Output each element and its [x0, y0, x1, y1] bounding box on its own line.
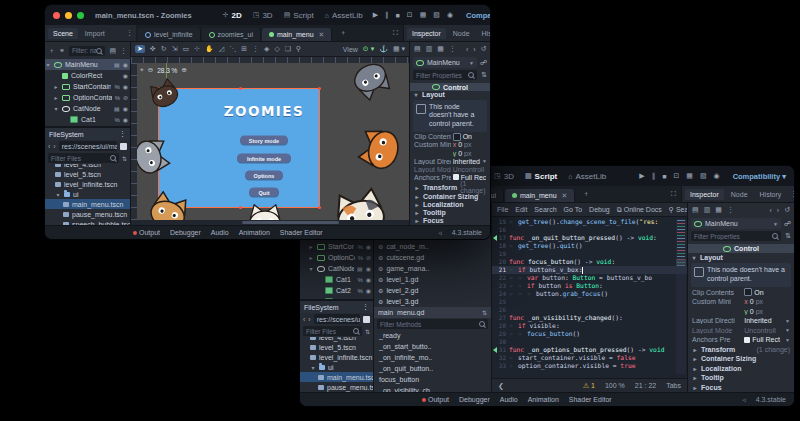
code-line[interactable]: 15»get_tree().change_scene_to_file("res:: [492, 218, 687, 226]
indent-type[interactable]: Tabs: [666, 382, 681, 390]
clip-contents-checkbox[interactable]: [744, 288, 752, 296]
pivot-tool-icon[interactable]: ⊹: [194, 45, 200, 53]
attach-script-icon[interactable]: ▤: [109, 47, 116, 55]
unlock-icon[interactable]: ◇: [274, 45, 279, 53]
unique-name-icon[interactable]: %: [358, 255, 363, 261]
warnings-count[interactable]: ⚠ 1: [583, 382, 595, 390]
tab-node[interactable]: Node: [448, 28, 475, 39]
custom-min-x-value[interactable]: 0: [458, 141, 462, 148]
file-item[interactable]: level_5.tscn: [300, 342, 373, 352]
close-window-button[interactable]: [53, 12, 60, 19]
scene-node-catnode[interactable]: ▾ CatNode ▤ ◉: [45, 103, 130, 114]
selection-handle[interactable]: [239, 87, 242, 90]
script-item[interactable]: ⚙level_2.gd: [374, 285, 491, 296]
history-forward-icon[interactable]: ›: [777, 207, 779, 214]
snap-options-icon[interactable]: ⋮: [252, 45, 259, 53]
menu-edit[interactable]: Edit: [515, 206, 527, 213]
code-line[interactable]: 30: [492, 338, 687, 346]
script-item[interactable]: ⚙game_mana..: [374, 263, 491, 274]
scene-tab-level-infinite[interactable]: level_infinite: [138, 28, 201, 41]
workspace-script[interactable]: ▤Script: [284, 11, 314, 20]
node-path-icon[interactable]: ☍: [784, 220, 791, 228]
zoom-level[interactable]: 28.3 %: [157, 67, 177, 74]
group-container-sizing[interactable]: ▸ Container Sizing: [410, 193, 490, 201]
code-line[interactable]: 25: [492, 298, 687, 306]
tab-history[interactable]: History: [755, 189, 787, 200]
file-sort-icon[interactable]: ⇅: [122, 155, 127, 162]
play-custom-scene-button[interactable]: ▧: [433, 11, 440, 19]
section-layout[interactable]: ▾ Layout: [410, 91, 490, 98]
play-custom-scene-button[interactable]: ▧: [700, 172, 707, 180]
play-button[interactable]: ▶: [639, 172, 644, 180]
file-item[interactable]: pause_menu.tscn: [300, 382, 373, 392]
script-item[interactable]: ⚙cutscene.gd: [374, 252, 491, 263]
custom-min-x-value[interactable]: 0: [750, 298, 754, 305]
lock-icon[interactable]: ◈: [264, 45, 269, 53]
file-item[interactable]: level_infinite.tscn: [300, 352, 373, 362]
close-tab-icon[interactable]: ✕: [319, 31, 325, 39]
new-scene-tab-button[interactable]: ＋: [576, 189, 595, 199]
anchors-preset-dropdown[interactable]: Full Rect ▼: [744, 336, 790, 343]
anchor-icon[interactable]: ⚓: [379, 45, 388, 53]
layout-direction-dropdown[interactable]: Inherited ▼: [744, 317, 790, 324]
filter-properties-box[interactable]: [691, 231, 781, 241]
script-item[interactable]: ⚙cat_node_m..: [374, 241, 491, 252]
group-focus[interactable]: ▸ Focus: [410, 217, 490, 225]
stop-button[interactable]: ■: [662, 173, 666, 180]
group-transform[interactable]: ▸ Transform (1 change): [410, 182, 490, 193]
output-button[interactable]: Output: [133, 229, 160, 236]
code-line[interactable]: 33»option_container.visible = true: [492, 362, 687, 370]
file-sort-icon[interactable]: ⇅: [365, 328, 370, 335]
center-view-icon[interactable]: ⌖: [140, 66, 144, 74]
menu-file[interactable]: File: [497, 206, 508, 213]
scene-node-cat1[interactable]: Cat1 % ◉: [45, 114, 130, 125]
notifications-icon[interactable]: ◃: [438, 229, 442, 237]
move-tool-icon[interactable]: ✜: [150, 45, 156, 53]
scene-node-startcontainer[interactable]: ▸ StartContainer % ◉: [300, 241, 373, 252]
view-menu[interactable]: View: [343, 46, 358, 53]
filter-properties-input[interactable]: [416, 72, 468, 79]
custom-min-y-value[interactable]: 0: [750, 308, 754, 315]
menu-search[interactable]: Search: [534, 206, 556, 213]
workspace-script[interactable]: ▤Script: [525, 172, 557, 181]
script-item-current[interactable]: main_menu.gd ⇅: [374, 307, 491, 318]
visibility-icon[interactable]: ◉: [366, 287, 371, 294]
visibility-icon[interactable]: ◉: [123, 105, 128, 112]
visibility-hidden-icon[interactable]: ⊘: [366, 254, 371, 261]
favorite-toggle-icon[interactable]: [363, 316, 370, 323]
renderer-select[interactable]: Compatibility ▾: [733, 172, 786, 181]
pause-button[interactable]: ∥: [385, 11, 389, 19]
code-line[interactable]: 21»if buttons_v_box:: [492, 266, 687, 274]
extra-options-icon[interactable]: ⋮: [727, 206, 734, 214]
method-item[interactable]: _on_quit_button..: [374, 363, 491, 374]
unique-name-icon[interactable]: %: [114, 84, 119, 90]
selection-handle[interactable]: [239, 206, 242, 209]
play-scene-button[interactable]: ▦: [686, 172, 693, 180]
scene-node-cat2[interactable]: Cat2 % ◉: [300, 285, 373, 296]
code-line[interactable]: 28»if visible:: [492, 322, 687, 330]
scene-node-mainmenu[interactable]: ▾ MainMenu ▤ ◉: [45, 59, 130, 70]
object-history-icon[interactable]: ↺: [481, 45, 487, 53]
nav-forward-icon[interactable]: ›: [53, 143, 55, 150]
dock-options-icon[interactable]: ⋮: [362, 303, 369, 311]
notifications-icon[interactable]: ◃: [742, 396, 746, 404]
unique-name-icon[interactable]: %: [357, 277, 362, 283]
add-node-icon[interactable]: ＋: [48, 46, 55, 56]
tab-scene[interactable]: Scene: [48, 28, 78, 39]
history-back-icon[interactable]: ‹: [466, 46, 468, 53]
edited-node-select[interactable]: MainMenu ▼: [413, 57, 477, 68]
code-line[interactable]: 19: [492, 250, 687, 258]
audio-button[interactable]: Audio: [211, 229, 229, 236]
remote-debug-icon[interactable]: ⊡: [407, 11, 413, 19]
workspace-2d[interactable]: ⊹2D: [223, 11, 242, 20]
filter-files-box[interactable]: [303, 326, 362, 336]
load-resource-icon[interactable]: ▥: [426, 45, 433, 53]
new-resource-icon[interactable]: ▤: [692, 206, 699, 214]
folder-item-ui[interactable]: ▾ ui: [300, 362, 373, 372]
method-sort-icon[interactable]: ⇅: [482, 309, 487, 316]
code-line[interactable]: 22»»var button: Button = buttons_v_bo: [492, 274, 687, 282]
filter-files-box[interactable]: [48, 153, 119, 163]
edited-node-select[interactable]: MainMenu ▼: [691, 218, 781, 229]
signal-connection-icon[interactable]: [492, 235, 497, 241]
tab-node[interactable]: Node: [726, 189, 753, 200]
